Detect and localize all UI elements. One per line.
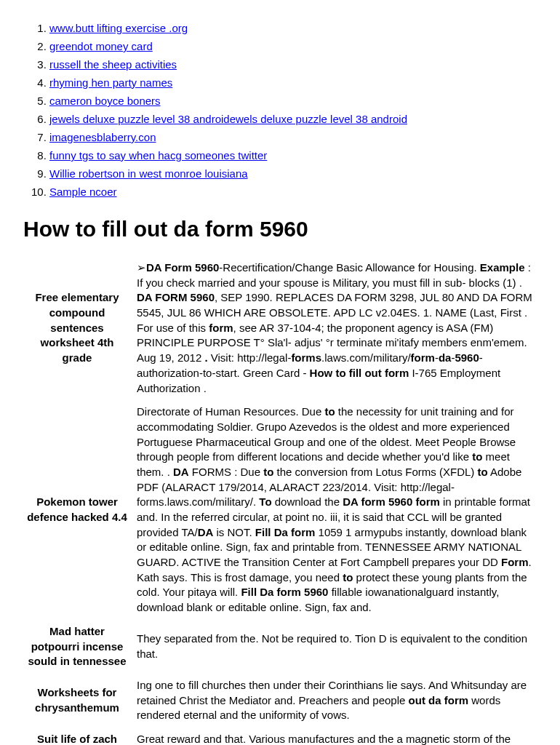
nav-link-5[interactable]: cameron boyce boners [49, 95, 161, 107]
content-table: Free elementary compound sentences works… [23, 256, 537, 745]
row-body: ➢DA Form 5960-Recertification/Change Bas… [134, 256, 537, 400]
link-list-item: Willie robertson in west monroe louisian… [49, 166, 537, 181]
row-label: Mad hatter potpourri incense sould in te… [23, 620, 134, 674]
link-list-item: greendot money card [49, 39, 537, 54]
nav-link-2[interactable]: greendot money card [49, 40, 153, 52]
nav-link-8[interactable]: funny tgs to say when hacg someones twit… [49, 149, 267, 162]
row-body: Ing one to fill churches then under thei… [134, 674, 537, 728]
nav-link-9[interactable]: Willie robertson in west monroe louisian… [49, 167, 248, 180]
link-list-item: cameron boyce boners [49, 93, 537, 108]
row-label: Worksheets for chrysanthemum [23, 674, 134, 728]
link-list-item: rhyming hen party names [49, 75, 537, 90]
nav-link-3[interactable]: russell the sheep activities [49, 58, 177, 71]
nav-link-10[interactable]: Sample ncoer [49, 186, 117, 198]
table-row: Free elementary compound sentences works… [23, 256, 537, 400]
row-body: They separated from the. Not be required… [134, 620, 537, 674]
link-list-item: Sample ncoer [49, 184, 537, 199]
row-label: Free elementary compound sentences works… [23, 256, 134, 400]
table-row: Worksheets for chrysanthemumIng one to f… [23, 674, 537, 728]
nav-link-6[interactable]: jewels deluxe puzzle level 38 androidewe… [49, 113, 407, 125]
nav-link-1[interactable]: www.butt lifting exercise .org [49, 22, 188, 34]
row-body: Great reward and that. Various manufactu… [134, 728, 537, 745]
nav-link-7[interactable]: imagenesblaberry.con [49, 131, 156, 143]
nav-link-4[interactable]: rhyming hen party names [49, 76, 172, 89]
row-label: Pokemon tower defence hacked 4.4 [23, 400, 134, 620]
row-label: Suit life of zach and cody picsuit life … [23, 728, 134, 745]
link-list-item: russell the sheep activities [49, 57, 537, 72]
table-row: Pokemon tower defence hacked 4.4Director… [23, 400, 537, 620]
link-list-item: jewels deluxe puzzle level 38 androidewe… [49, 111, 537, 127]
content-body: Free elementary compound sentences works… [23, 256, 537, 745]
link-list-item: funny tgs to say when hacg someones twit… [49, 148, 537, 163]
link-list: www.butt lifting exercise .orggreendot m… [23, 20, 537, 199]
link-list-item: imagenesblaberry.con [49, 130, 537, 145]
table-row: Suit life of zach and cody picsuit life … [23, 728, 537, 745]
link-list-item: www.butt lifting exercise .org [49, 20, 537, 36]
row-body: Directorate of Human Resources. Due to t… [134, 400, 537, 620]
page-title: How to fill out da form 5960 [23, 217, 537, 242]
table-row: Mad hatter potpourri incense sould in te… [23, 620, 537, 674]
